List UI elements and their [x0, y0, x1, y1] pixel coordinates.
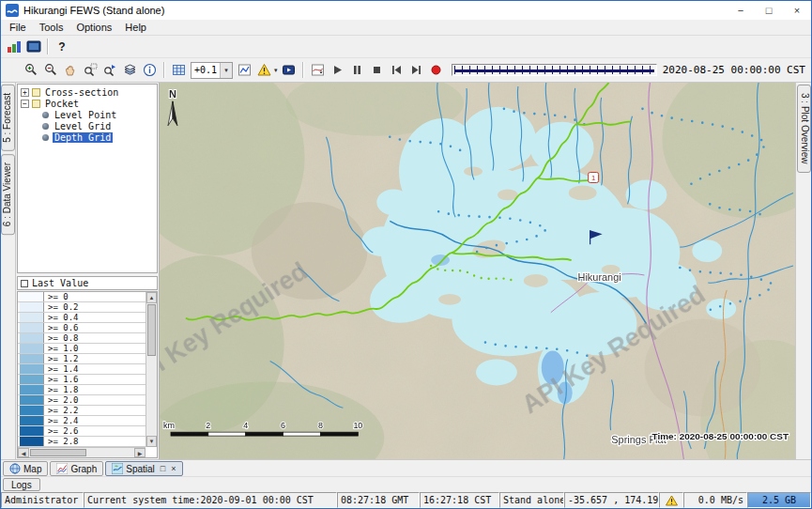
- time-slider[interactable]: [452, 64, 657, 76]
- close-button[interactable]: ×: [783, 1, 811, 20]
- legend-row: >= 0.8: [18, 333, 146, 344]
- display-button[interactable]: [23, 37, 43, 57]
- layer-icon: [42, 134, 49, 141]
- warning-icon: [257, 63, 271, 77]
- legend-swatch: [20, 426, 44, 436]
- scroll-up-icon[interactable]: ▲: [146, 292, 157, 303]
- close-panel-icon[interactable]: ×: [171, 464, 176, 473]
- legend-label: >= 0.2: [44, 302, 79, 312]
- scroll-down-icon[interactable]: ▼: [146, 436, 157, 447]
- legend-row: >= 0: [18, 292, 146, 302]
- app-icon: [6, 4, 19, 17]
- record-button[interactable]: [426, 60, 446, 81]
- tree-item-pocket[interactable]: − Pocket: [18, 98, 157, 109]
- pause-button[interactable]: [347, 60, 367, 81]
- road-shield: 1: [589, 173, 599, 183]
- zoom-out-icon: [44, 63, 58, 77]
- tab-plot-overview[interactable]: 3 : Plot Overview: [797, 85, 811, 173]
- pan-button[interactable]: [61, 60, 81, 81]
- tree-item-level-grid[interactable]: Level Grid: [18, 120, 157, 131]
- legend-row: >= 0.4: [18, 313, 146, 323]
- svg-text:2: 2: [206, 421, 210, 430]
- longitudinal-profile-button[interactable]: [308, 60, 328, 81]
- legend-vertical-scrollbar[interactable]: ▲ ▼: [146, 292, 157, 447]
- pan-hand-icon: [64, 63, 78, 77]
- info-button[interactable]: [140, 60, 160, 81]
- legend-row: >= 1.4: [18, 364, 146, 375]
- scrollbar-track[interactable]: [87, 448, 134, 457]
- zoom-box-button[interactable]: [81, 60, 100, 81]
- menu-help[interactable]: Help: [118, 21, 153, 34]
- scrollbar-track[interactable]: [146, 357, 157, 436]
- tab-label: Map: [23, 464, 41, 474]
- help-button[interactable]: ?: [53, 37, 71, 57]
- movie-icon: [282, 63, 296, 77]
- grid-icon: [172, 63, 186, 77]
- legend-panel: >= 0 >= 0.2 >= 0.4 >= 0.6 >= 0.8 >= 1.0 …: [17, 291, 158, 458]
- tab-forecast[interactable]: 5 : Forecast: [1, 85, 15, 151]
- expander-icon[interactable]: −: [21, 100, 29, 108]
- profile-button[interactable]: [235, 60, 254, 81]
- zoom-out-button[interactable]: [41, 60, 61, 81]
- town-label: Hikurangi: [577, 271, 620, 283]
- interval-combo[interactable]: +0.1 ▾: [191, 62, 233, 79]
- menu-tools[interactable]: Tools: [33, 21, 70, 34]
- scrollbar-thumb[interactable]: [30, 449, 86, 456]
- chevron-down-icon[interactable]: ▾: [274, 67, 278, 74]
- tree-item-depth-grid[interactable]: Depth Grid: [18, 131, 157, 143]
- tree-item-cross-section[interactable]: + Cross-section: [18, 86, 157, 98]
- tab-spatial[interactable]: Spatial □ ×: [105, 461, 182, 476]
- logs-bar: Logs: [1, 476, 811, 492]
- menu-file[interactable]: File: [3, 21, 33, 34]
- chevron-down-icon[interactable]: ▾: [220, 63, 232, 78]
- scroll-left-icon[interactable]: ◀: [18, 448, 29, 457]
- maximize-button[interactable]: □: [755, 1, 783, 20]
- tab-graph[interactable]: Graph: [50, 461, 103, 476]
- pause-icon: [350, 63, 364, 77]
- warnings-button[interactable]: [254, 60, 274, 81]
- menu-options[interactable]: Options: [69, 21, 118, 34]
- svg-text:4: 4: [243, 421, 248, 430]
- last-value-checkbox[interactable]: [21, 280, 28, 287]
- zoom-in-button[interactable]: [22, 60, 41, 81]
- stop-button[interactable]: [367, 60, 387, 81]
- legend-row: >= 0.2: [18, 302, 146, 313]
- layer-tree: + Cross-section − Pocket Level Point Lev…: [17, 84, 158, 273]
- legend-swatch: [20, 364, 44, 374]
- tab-map[interactable]: Map: [3, 461, 48, 476]
- status-mode: Stand alone: [499, 492, 564, 508]
- legend-row: >= 3.2: [18, 457, 146, 458]
- database-button[interactable]: [4, 37, 23, 57]
- status-warning[interactable]: [659, 492, 683, 508]
- float-panel-icon[interactable]: □: [161, 464, 165, 473]
- title-bar: Hikurangi FEWS (Stand alone) − □ ×: [1, 1, 811, 20]
- tab-data-viewer[interactable]: 6 : Data Viewer: [1, 154, 15, 235]
- scrollbar-thumb[interactable]: [147, 304, 156, 356]
- minimize-button[interactable]: −: [727, 1, 755, 20]
- toolbar-separator: [163, 62, 165, 78]
- legend-swatch: [20, 437, 44, 446]
- toolbar-separator: [302, 62, 304, 78]
- zoom-previous-button[interactable]: [100, 60, 120, 81]
- skip-start-button[interactable]: [387, 60, 406, 81]
- grid-layer-button[interactable]: [169, 60, 189, 81]
- animation-button[interactable]: [279, 60, 299, 81]
- legend-row: >= 1.0: [18, 344, 146, 354]
- map-canvas[interactable]: 1 API Key Required API Key Required Hiku…: [160, 83, 795, 459]
- layers-button[interactable]: [120, 60, 140, 81]
- stop-icon: [370, 63, 384, 77]
- data-viewer-panel: + Cross-section − Pocket Level Point Lev…: [16, 83, 160, 459]
- legend-swatch: [20, 406, 44, 415]
- svg-text:N: N: [169, 88, 176, 100]
- folder-icon: [32, 88, 40, 97]
- legend-row: >= 1.6: [18, 375, 146, 385]
- legend-swatch: [20, 292, 44, 301]
- scroll-right-icon[interactable]: ▶: [134, 448, 146, 457]
- expander-icon[interactable]: +: [21, 88, 29, 97]
- legend-horizontal-scrollbar[interactable]: ◀ ▶: [18, 447, 146, 457]
- bottom-tab-bar: Map Graph Spatial □ ×: [1, 459, 811, 476]
- play-button[interactable]: [328, 60, 347, 81]
- logs-button[interactable]: Logs: [3, 478, 40, 491]
- skip-end-button[interactable]: [406, 60, 426, 81]
- tree-item-level-point[interactable]: Level Point: [18, 109, 157, 120]
